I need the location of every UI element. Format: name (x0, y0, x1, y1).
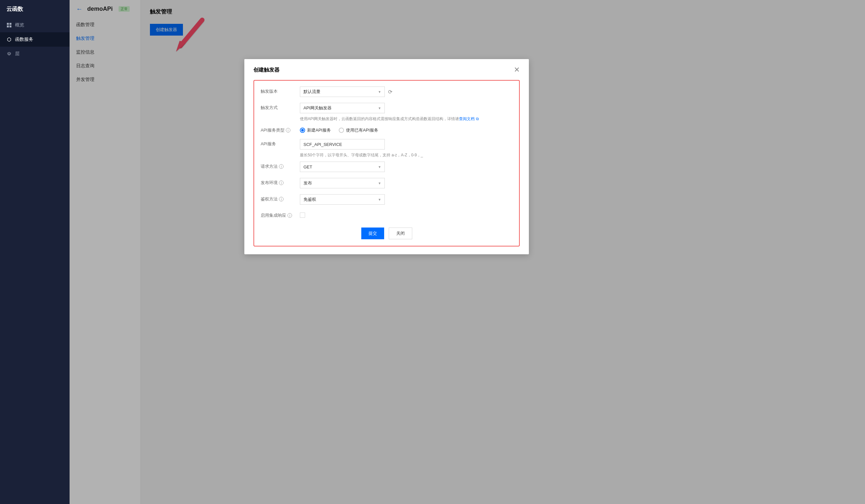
info-icon[interactable]: i (286, 128, 290, 132)
create-trigger-modal: 创建触发器 ✕ 触发版本 默认流量 ▼ ⟳ (244, 59, 529, 254)
select-trigger-method[interactable]: API网关触发器 ▼ (300, 103, 385, 113)
label-trigger-version: 触发版本 (261, 86, 300, 94)
doc-link[interactable]: 查阅文档 (459, 117, 475, 121)
radio-new-api-service[interactable]: 新建API服务 (300, 127, 331, 133)
form-highlight-box: 触发版本 默认流量 ▼ ⟳ 触发方式 (253, 80, 520, 246)
sidebar-item-label: 函数服务 (15, 37, 33, 43)
refresh-icon[interactable]: ⟳ (388, 89, 392, 95)
select-auth-method[interactable]: 免鉴权 ▼ (300, 194, 385, 205)
label-api-service-type: API服务类型 i (261, 125, 300, 133)
info-icon[interactable]: i (279, 164, 284, 169)
sidebar-item-layers[interactable]: 层 (0, 47, 70, 61)
sidebar: 云函数 概览 函数服务 层 (0, 0, 70, 504)
sidebar-item-label: 概览 (15, 22, 24, 28)
sidebar-item-label: 层 (15, 51, 20, 57)
main-area: ← demoAPi 正常 函数管理 触发管理 监控信息 日志查询 并发管理 触发… (70, 0, 865, 504)
chevron-down-icon: ▼ (378, 106, 381, 110)
close-icon[interactable]: ✕ (514, 66, 520, 74)
grid-icon (7, 23, 12, 28)
svg-rect-3 (10, 25, 11, 27)
help-api-service: 最长50个字符，以字母开头、字母或数字结尾，支持 a-z，A-Z，0-9，_ (300, 152, 512, 158)
sidebar-item-function-service[interactable]: 函数服务 (0, 32, 70, 47)
label-integrated-response: 启用集成响应 i (261, 211, 300, 219)
label-api-service: API服务 (261, 139, 300, 147)
chevron-down-icon: ▼ (378, 198, 381, 201)
select-trigger-version[interactable]: 默认流量 ▼ (300, 86, 385, 97)
svg-rect-0 (7, 23, 9, 25)
radio-existing-api-service[interactable]: 使用已有API服务 (339, 127, 378, 133)
radio-checked-icon (300, 128, 305, 133)
select-publish-env[interactable]: 发布 ▼ (300, 178, 385, 188)
submit-button[interactable]: 提交 (361, 227, 384, 239)
sidebar-title: 云函数 (0, 0, 70, 18)
svg-rect-2 (7, 25, 9, 27)
info-icon[interactable]: i (279, 197, 284, 201)
cancel-button[interactable]: 关闭 (389, 227, 412, 239)
sidebar-item-overview[interactable]: 概览 (0, 18, 70, 32)
label-auth-method: 鉴权方法 i (261, 194, 300, 202)
help-trigger-method: 使用API网关触发器时，云函数返回的内容格式需按响应集成方式构造函数返回结构，详… (300, 116, 512, 122)
chevron-down-icon: ▼ (378, 90, 381, 94)
checkbox-integrated-response[interactable] (300, 212, 305, 218)
select-request-method[interactable]: GET ▼ (300, 162, 385, 172)
chevron-down-icon: ▼ (378, 165, 381, 169)
hexagon-icon (7, 37, 12, 42)
svg-rect-1 (10, 23, 11, 25)
layers-icon (7, 51, 12, 57)
label-publish-env: 发布环境 i (261, 178, 300, 186)
info-icon[interactable]: i (279, 180, 284, 185)
modal-title: 创建触发器 (253, 67, 280, 73)
label-request-method: 请求方法 i (261, 162, 300, 169)
info-icon[interactable]: i (287, 213, 292, 218)
chevron-down-icon: ▼ (378, 181, 381, 185)
radio-unchecked-icon (339, 128, 344, 133)
external-link-icon: ⧉ (476, 117, 479, 121)
label-trigger-method: 触发方式 (261, 103, 300, 111)
input-api-service[interactable] (300, 139, 385, 150)
